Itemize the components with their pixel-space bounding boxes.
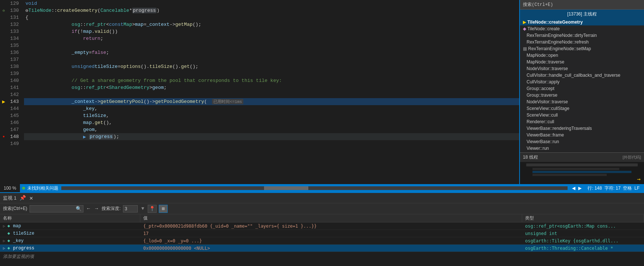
- expand-icon-map[interactable]: ▷: [3, 224, 5, 228]
- callstack-item-label-5: MapNode::open: [523, 53, 558, 58]
- watch-row-key[interactable]: ▷ ◆ _key {_lod=0 _x=0 _y=0 ...} osgEarth…: [0, 237, 644, 245]
- dot-icon-1: ◆: [523, 26, 527, 31]
- watch-close-icon[interactable]: ✕: [30, 194, 33, 202]
- callstack-item-label-1: TileNode::create: [527, 26, 560, 31]
- callstack-item-17[interactable]: ViewerBase::frame: [520, 132, 644, 138]
- gutter-line: [0, 0, 7, 7]
- search-depth-input[interactable]: [123, 205, 138, 213]
- callstack-item-label-8: CullVisitor::handle_cull_callbacks_and_t…: [523, 73, 620, 78]
- callstack-item-13[interactable]: SceneView::cullStage: [520, 105, 644, 112]
- callstack-item-7[interactable]: NodeVisitor::traverse: [520, 65, 644, 72]
- callstack-item-label-11: Group::traverse: [523, 93, 557, 98]
- box-icon-4: ▩: [523, 46, 528, 51]
- expand-icon-tilesize[interactable]: ▷: [3, 231, 5, 236]
- watch-value-tilesize: 17: [140, 230, 522, 237]
- watch-search-label: 搜索(Ctrl+E): [3, 205, 27, 212]
- code-line-135: [24, 42, 519, 49]
- callstack-item-16[interactable]: ViewerBase::renderingTraversals: [520, 125, 644, 132]
- watch-cell-name-map: ▷ ◆ map: [0, 222, 140, 229]
- code-line-131: {: [24, 14, 519, 21]
- callstack-item-12[interactable]: NodeVisitor::traverse: [520, 99, 644, 105]
- scroll-left-btn[interactable]: ◀: [571, 186, 577, 191]
- watch-row-map[interactable]: ▷ ◆ map {_ptr=0x0000021d988fdb60 {_uid=0…: [0, 222, 644, 230]
- watch-panel: 监视 1 📌 ✕ 搜索(Ctrl+E) 🔍 ← → 搜索深度: ▼ 📍 ⊞: [0, 192, 644, 266]
- pin-watch-btn[interactable]: 📍: [148, 205, 157, 213]
- watch-row-progress[interactable]: ▷ ◆ progress 0x0000000000000000 <NULL> o…: [0, 245, 644, 252]
- callstack-item-label-12: NodeVisitor::traverse: [523, 99, 568, 104]
- watch-cell-name-tilesize: ▷ ◆ tileSize: [0, 230, 140, 237]
- callstack-item-3[interactable]: RexTerrainEngineNode::refresh: [520, 39, 644, 45]
- active-arrow-icon: ▶: [523, 20, 527, 25]
- main-container: ⊖ ▶: [0, 0, 644, 266]
- spaces-info: 空格: [623, 186, 632, 191]
- callstack-item-2[interactable]: RexTerrainEngineNode::dirtyTerrain: [520, 32, 644, 39]
- callstack-item-9[interactable]: CullVisitor::apply: [520, 79, 644, 85]
- search-glass-icon: 🔍: [74, 206, 83, 212]
- watch-col-headers: 名称 值 类型: [0, 214, 644, 222]
- code-line-136: _empty = false;: [24, 49, 519, 56]
- watch-name-tilesize: tileSize: [13, 231, 34, 236]
- breakpoint-dot[interactable]: ●: [0, 133, 7, 140]
- watch-pin-icon[interactable]: 📌: [20, 195, 26, 201]
- depth-down-btn[interactable]: ▼: [140, 206, 146, 211]
- watch-value-key: {_lod=0 _x=0 _y=0 ...}: [140, 238, 522, 244]
- collapse-icon[interactable]: ⊖: [0, 7, 7, 14]
- watch-add-row[interactable]: 添加要监视的项: [0, 252, 644, 261]
- callstack-item-6[interactable]: MapNode::traverse: [520, 59, 644, 65]
- callstack-item-10[interactable]: Group::accept: [520, 85, 644, 92]
- code-line-141: osg::ref_ptr<SharedGeometry> geom;: [24, 84, 519, 91]
- status-bar: 100 % 未找到相关问题 ◀ ▶ 行: 148 字符: 17 空格 LF: [0, 184, 644, 192]
- row-info: 行: 148: [588, 186, 602, 191]
- callstack-item-0[interactable]: ▶ TileNode::createGeometry: [520, 19, 644, 25]
- scroll-right-btn[interactable]: ▶: [577, 186, 583, 191]
- callstack-item-label-6: MapNode::traverse: [523, 59, 564, 65]
- callstack-item-18[interactable]: ViewerBase::run: [520, 138, 644, 145]
- code-editor[interactable]: ⊖ ▶: [0, 0, 519, 184]
- code-line-142: [24, 91, 519, 98]
- zoom-level[interactable]: 100 %: [0, 184, 20, 192]
- callstack-item-label-19: Viewer::run: [523, 146, 549, 151]
- watch-table: 名称 值 类型 ▷ ◆ map {_ptr=0x0000021d988fdb60…: [0, 214, 644, 266]
- zoom-text: 100 %: [4, 186, 16, 191]
- expand-icon-progress[interactable]: ▷: [3, 246, 5, 251]
- callstack-list[interactable]: ▶ TileNode::createGeometry ◆ TileNode::c…: [520, 19, 644, 152]
- callstack-item-label-10: Group::accept: [523, 86, 554, 91]
- nav-forward-btn[interactable]: →: [93, 206, 99, 211]
- watch-title: 监视 1: [3, 195, 17, 201]
- callstack-item-4[interactable]: ▩ RexTerrainEngineNode::setMap: [520, 45, 644, 52]
- expand-icon-key[interactable]: ▷: [3, 239, 5, 243]
- watch-search-input[interactable]: [30, 205, 74, 212]
- callstack-item-5[interactable]: MapNode::open: [520, 52, 644, 59]
- watch-row-tilesize[interactable]: ▷ ◆ tileSize 17 unsigned int: [0, 230, 644, 237]
- callstack-item-label-14: SceneView::cull: [523, 113, 558, 118]
- callstack-item-label-17: ViewerBase::frame: [523, 132, 564, 138]
- callstack-item-label-15: Renderer::cull: [523, 119, 554, 124]
- code-line-139: [24, 70, 519, 77]
- callstack-item-label-18: ViewerBase::run: [523, 139, 559, 144]
- expand-btn[interactable]: ⊞: [159, 205, 168, 213]
- thread-id: 18 线程: [523, 154, 538, 160]
- callstack-item-19[interactable]: Viewer::run: [520, 145, 644, 152]
- callstack-item-1[interactable]: ◆ TileNode::create: [520, 25, 644, 32]
- code-line-149: [24, 140, 519, 147]
- callstack-search-label: 搜索(Ctrl+E): [523, 2, 553, 7]
- watch-content: 名称 值 类型 ▷ ◆ map {_ptr=0x0000021d988fdb60…: [0, 214, 644, 266]
- callstack-item-11[interactable]: Group::traverse: [520, 92, 644, 99]
- callstack-item-14[interactable]: SceneView::cull: [520, 112, 644, 118]
- col-header-type: 类型: [522, 214, 644, 222]
- code-scrollbar[interactable]: [61, 186, 568, 190]
- callstack-search-bar: 搜索(Ctrl+E): [520, 0, 644, 10]
- watch-value-progress: 0x0000000000000000 <NULL>: [140, 245, 522, 252]
- gutter: ⊖ ▶: [0, 0, 7, 184]
- watch-type-key: osgEarth::TileKey {osgEarthd.dll...: [522, 238, 644, 244]
- preview-arrow: ↗: [636, 175, 643, 183]
- nav-back-btn[interactable]: ←: [86, 206, 92, 211]
- callstack-thread-label: [13736] 主线程: [520, 10, 644, 19]
- code-line-144: _key,: [24, 105, 519, 112]
- watch-name-progress: progress: [13, 246, 34, 251]
- callstack-item-label-2: RexTerrainEngineNode::dirtyTerrain: [523, 33, 597, 38]
- callstack-item-15[interactable]: Renderer::cull: [520, 118, 644, 125]
- callstack-item-8[interactable]: CullVisitor::handle_cull_callbacks_and_t…: [520, 72, 644, 79]
- watch-header: 监视 1 📌 ✕: [0, 193, 644, 203]
- status-icon: [22, 187, 25, 190]
